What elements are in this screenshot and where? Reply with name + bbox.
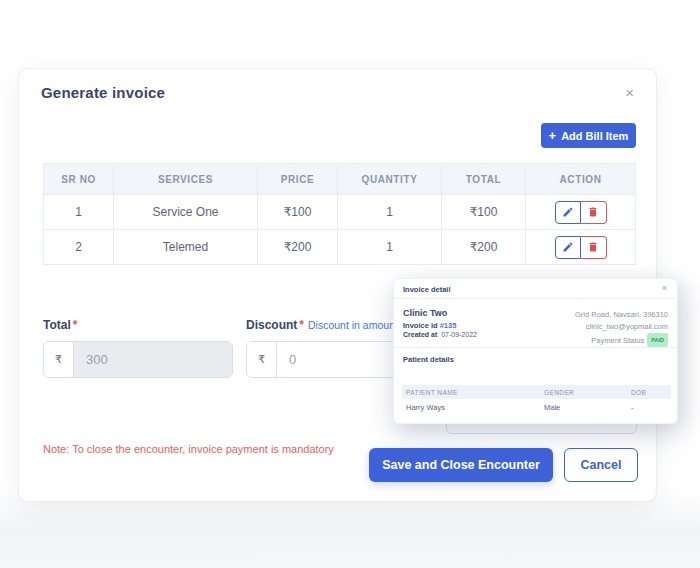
required-asterisk: * xyxy=(73,318,78,332)
cell-total: ₹100 xyxy=(442,195,526,230)
popup-close-icon[interactable]: × xyxy=(662,283,667,293)
popup-header: Invoice detail × xyxy=(394,279,677,299)
cell-price: ₹100 xyxy=(258,195,338,230)
col-header-action: ACTION xyxy=(526,164,636,195)
payment-status-line: Payment StatusPAID xyxy=(575,333,668,347)
invoice-id-label: Invoice id xyxy=(403,321,438,330)
plus-icon: + xyxy=(549,129,557,142)
cell-price: ₹200 xyxy=(258,230,338,265)
patient-details-title: Patient details xyxy=(403,355,454,364)
total-input: ₹ 300 xyxy=(43,341,233,378)
save-and-close-encounter-button[interactable]: Save and Close Encounter xyxy=(369,448,553,482)
trash-icon xyxy=(587,241,599,253)
created-at-value: 07-09-2022 xyxy=(441,331,477,338)
table-row: 1 Service One ₹100 1 ₹100 xyxy=(44,195,636,230)
col-header-quantity: QUANTITY xyxy=(338,164,442,195)
col-header-services: SERVICES xyxy=(114,164,258,195)
patient-row: Harry Ways Male - xyxy=(402,399,671,415)
created-at-label: Created at xyxy=(403,331,437,338)
cell-quantity: 1 xyxy=(338,230,442,265)
col-header-dob: DOB xyxy=(627,385,671,399)
cell-srno: 1 xyxy=(44,195,114,230)
created-at-line: Created at 07-09-2022 xyxy=(403,331,477,338)
invoice-id-value[interactable]: #135 xyxy=(440,321,457,330)
cell-action xyxy=(526,195,636,230)
delete-button[interactable] xyxy=(581,236,607,259)
popup-title: Invoice detail xyxy=(403,285,451,294)
cell-service: Telemed xyxy=(114,230,258,265)
discount-hint-link[interactable]: Discount in amount xyxy=(308,319,398,331)
clinic-name: Clinic Two xyxy=(403,308,447,318)
patient-dob: - xyxy=(627,399,671,415)
clinic-address: Grid Road, Navsari, 396310 xyxy=(575,309,668,321)
patient-name: Harry Ways xyxy=(402,399,540,415)
trash-icon xyxy=(587,206,599,218)
edit-button[interactable] xyxy=(555,236,581,259)
col-header-total: TOTAL xyxy=(442,164,526,195)
cell-srno: 2 xyxy=(44,230,114,265)
table-row: 2 Telemed ₹200 1 ₹200 xyxy=(44,230,636,265)
required-asterisk: * xyxy=(299,318,304,332)
modal-close-icon[interactable]: × xyxy=(625,85,634,100)
patient-header-row: PATIENT NAME GENDER DOB xyxy=(402,385,671,399)
mandatory-payment-note: Note: To close the encounter, invoice pa… xyxy=(43,443,334,455)
total-value: 300 xyxy=(74,342,232,377)
clinic-contact-block: Grid Road, Navsari, 396310 clinic_two@yo… xyxy=(575,309,668,347)
popup-divider xyxy=(394,347,677,348)
cell-service: Service One xyxy=(114,195,258,230)
add-bill-item-label: Add Bill Item xyxy=(561,130,628,142)
discount-label-text: Discount xyxy=(246,318,297,332)
services-table: SR NO SERVICES PRICE QUANTITY TOTAL ACTI… xyxy=(43,163,636,265)
cell-quantity: 1 xyxy=(338,195,442,230)
modal-title: Generate invoice xyxy=(41,84,165,101)
edit-button[interactable] xyxy=(555,201,581,224)
col-header-price: PRICE xyxy=(258,164,338,195)
add-bill-item-button[interactable]: + Add Bill Item xyxy=(541,123,636,148)
invoice-detail-popup: Invoice detail × Clinic Two Invoice id #… xyxy=(393,278,678,424)
invoice-id-line: Invoice id #135 xyxy=(403,321,456,330)
col-header-gender: GENDER xyxy=(540,385,627,399)
col-header-patient-name: PATIENT NAME xyxy=(402,385,540,399)
table-header-row: SR NO SERVICES PRICE QUANTITY TOTAL ACTI… xyxy=(44,164,636,195)
clinic-email: clinic_two@yopmail.com xyxy=(575,321,668,333)
cancel-button[interactable]: Cancel xyxy=(564,448,638,482)
cell-action xyxy=(526,230,636,265)
pencil-icon xyxy=(562,241,574,253)
delete-button[interactable] xyxy=(581,201,607,224)
total-label-text: Total xyxy=(43,318,71,332)
patient-table: PATIENT NAME GENDER DOB Harry Ways Male … xyxy=(402,385,671,415)
cell-total: ₹200 xyxy=(442,230,526,265)
total-label: Total* xyxy=(43,318,77,332)
payment-status-label: Payment Status xyxy=(591,336,644,345)
rupee-prefix: ₹ xyxy=(44,342,74,377)
col-header-srno: SR NO xyxy=(44,164,114,195)
paid-status-badge: PAID xyxy=(647,333,668,347)
rupee-prefix: ₹ xyxy=(247,342,277,377)
patient-gender: Male xyxy=(540,399,627,415)
pencil-icon xyxy=(562,206,574,218)
discount-label: Discount*Discount in amount xyxy=(246,318,398,332)
